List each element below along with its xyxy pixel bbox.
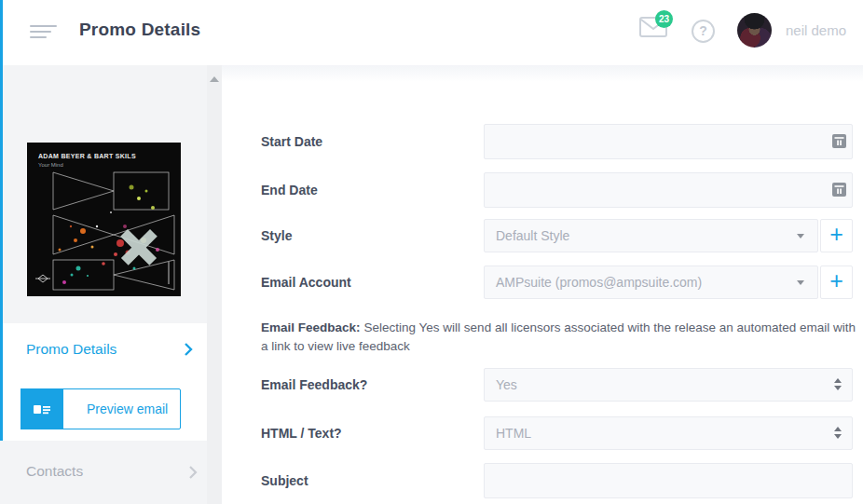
style-label: Style — [261, 219, 292, 252]
email-feedback-select[interactable]: Yes — [484, 368, 853, 402]
scroll-up-arrow-icon[interactable] — [210, 76, 219, 82]
style-select[interactable]: Default Style — [484, 219, 818, 252]
start-date-label: Start Date — [261, 124, 322, 159]
caret-down-icon — [797, 280, 804, 285]
sidebar-item-label: Contacts — [26, 463, 83, 480]
release-artwork: ADAM BEYER & BART SKILS Your Mind — [27, 143, 181, 296]
top-header: Promo Details 23 ? neil demo — [0, 0, 863, 65]
email-feedback-note: Email Feedback:Selecting Yes will send a… — [261, 319, 857, 356]
add-email-account-button[interactable]: + — [820, 266, 853, 299]
help-icon[interactable]: ? — [692, 20, 715, 43]
sidebar-scrollbar[interactable] — [207, 65, 222, 504]
album-artist: ADAM BEYER & BART SKILS — [38, 153, 136, 159]
album-title: Your Mind — [38, 162, 63, 168]
sidebar-item-contacts[interactable]: Contacts — [0, 441, 207, 504]
email-feedback-label: Email Feedback? — [261, 368, 367, 402]
user-name[interactable]: neil demo — [786, 22, 846, 38]
subject-label: Subject — [261, 463, 308, 498]
html-text-select[interactable]: HTML — [484, 416, 853, 450]
sidebar-active-section: Promo Details Preview email — [0, 323, 207, 441]
end-date-input[interactable] — [484, 172, 853, 208]
mail-button[interactable]: 23 — [639, 17, 677, 48]
promo-details-form: Start Date End Date Style Default Style … — [222, 65, 863, 504]
email-feedback-select-value: Yes — [496, 369, 517, 401]
menu-hamburger-icon[interactable] — [30, 25, 58, 40]
preview-email-icon-cell — [21, 388, 63, 429]
page-title: Promo Details — [79, 20, 200, 40]
user-avatar[interactable] — [737, 13, 772, 48]
sidebar-item-promo-details[interactable]: Promo Details — [0, 331, 207, 370]
left-accent-stripe — [0, 0, 3, 441]
select-stepper-icon — [834, 378, 842, 390]
caret-down-icon — [797, 234, 804, 238]
select-stepper-icon — [834, 427, 842, 439]
style-select-value: Default Style — [496, 220, 569, 252]
promo-details-page: Promo Details 23 ? neil demo — [0, 0, 863, 504]
email-account-select-value: AMPsuite (promos@ampsuite.com) — [496, 266, 702, 298]
preview-email-label: Preview email — [75, 389, 168, 429]
add-style-button[interactable]: + — [820, 219, 853, 252]
email-feedback-note-bold: Email Feedback: — [261, 320, 361, 334]
email-preview-icon — [34, 403, 50, 415]
sidebar-item-label: Promo Details — [26, 341, 116, 358]
subject-input[interactable] — [484, 463, 853, 498]
sidebar: ADAM BEYER & BART SKILS Your Mind Promo … — [0, 65, 222, 504]
email-account-label: Email Account — [261, 266, 351, 299]
mail-count-badge: 23 — [655, 10, 673, 28]
html-text-label: HTML / Text? — [261, 416, 342, 450]
html-text-select-value: HTML — [496, 417, 531, 449]
preview-email-button[interactable]: Preview email — [21, 388, 181, 429]
chevron-right-icon — [184, 342, 193, 357]
chevron-right-icon — [188, 465, 198, 480]
start-date-input[interactable] — [484, 124, 853, 159]
end-date-label: End Date — [261, 172, 318, 208]
email-account-select[interactable]: AMPsuite (promos@ampsuite.com) — [484, 266, 818, 299]
